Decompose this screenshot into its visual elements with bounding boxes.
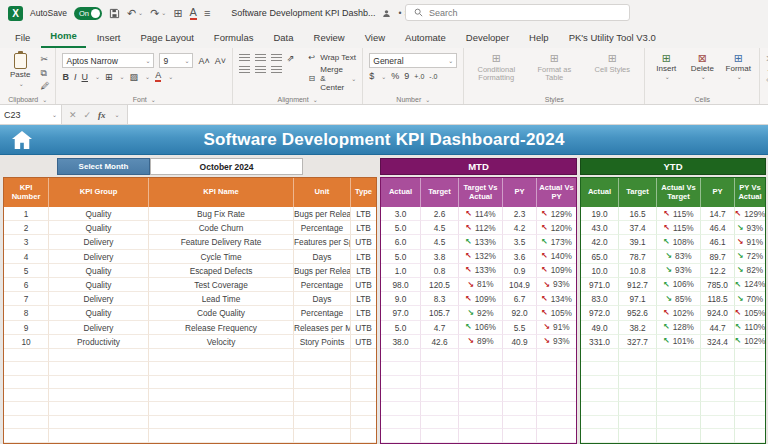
kpi-group-cell[interactable]: Delivery: [49, 292, 149, 306]
empty-cell[interactable]: [49, 389, 149, 402]
empty-cell[interactable]: [294, 416, 351, 429]
menu-tab-developer[interactable]: Developer: [457, 28, 518, 48]
kpi-name-cell[interactable]: Code Churn: [149, 221, 294, 235]
empty-cell[interactable]: [149, 389, 294, 402]
mtd-actual-cell[interactable]: 5.0: [381, 321, 421, 335]
ytd-actual-vs-target-cell[interactable]: ↖115%: [657, 221, 701, 235]
ytd-actual-vs-target-cell[interactable]: ↖101%: [657, 335, 701, 349]
kpi-number-cell[interactable]: 10: [4, 335, 49, 349]
empty-cell[interactable]: [149, 429, 294, 442]
empty-cell[interactable]: [294, 389, 351, 402]
empty-cell[interactable]: [537, 389, 576, 402]
kpi-unit-cell[interactable]: Percentage: [294, 306, 351, 320]
empty-cell[interactable]: [503, 402, 537, 415]
kpi-type-cell[interactable]: LTB: [351, 250, 376, 264]
empty-cell[interactable]: [701, 349, 735, 362]
empty-cell[interactable]: [657, 402, 701, 415]
empty-cell[interactable]: [581, 376, 619, 389]
kpi-type-cell[interactable]: LTB: [351, 292, 376, 306]
home-button[interactable]: [7, 128, 37, 152]
ytd-target-cell[interactable]: 37.4: [619, 221, 657, 235]
menu-tab-view[interactable]: View: [356, 28, 394, 48]
empty-cell[interactable]: [581, 429, 619, 442]
empty-cell[interactable]: [149, 362, 294, 375]
increase-decimal-icon[interactable]: +.0: [414, 73, 424, 80]
mtd-target-vs-actual-cell[interactable]: ↖132%: [459, 250, 503, 264]
mtd-target-vs-actual-cell[interactable]: ↖114%: [459, 207, 503, 221]
insert-function-icon[interactable]: fx: [98, 110, 106, 120]
mtd-actual-vs-py-cell[interactable]: ↖105%: [537, 306, 576, 320]
ytd-actual-cell[interactable]: 65.0: [581, 250, 619, 264]
empty-cell[interactable]: [381, 389, 421, 402]
menu-tab-automate[interactable]: Automate: [396, 28, 455, 48]
ytd-py-vs-actual-cell[interactable]: ↘93%: [735, 221, 765, 235]
empty-cell[interactable]: [581, 349, 619, 362]
ytd-target-cell[interactable]: 327.7: [619, 335, 657, 349]
menu-tab-review[interactable]: Review: [305, 28, 354, 48]
empty-cell[interactable]: [351, 402, 376, 415]
empty-cell[interactable]: [49, 402, 149, 415]
empty-cell[interactable]: [537, 402, 576, 415]
insert-cells-button[interactable]: ⊞ Insert⌄: [651, 52, 681, 80]
empty-cell[interactable]: [701, 376, 735, 389]
ytd-actual-vs-target-cell[interactable]: ↖115%: [657, 207, 701, 221]
mtd-target-cell[interactable]: 2.6: [421, 207, 459, 221]
empty-cell[interactable]: [537, 349, 576, 362]
empty-cell[interactable]: [351, 349, 376, 362]
ytd-py-cell[interactable]: 46.4: [701, 221, 735, 235]
ytd-py-vs-actual-cell[interactable]: ↘70%: [735, 292, 765, 306]
empty-cell[interactable]: [735, 416, 765, 429]
empty-cell[interactable]: [701, 362, 735, 375]
empty-cell[interactable]: [537, 429, 576, 442]
ytd-py-vs-actual-cell[interactable]: ↖129%: [735, 207, 765, 221]
empty-cell[interactable]: [503, 416, 537, 429]
kpi-type-cell[interactable]: LTB: [351, 264, 376, 278]
empty-cell[interactable]: [619, 376, 657, 389]
ytd-actual-cell[interactable]: 42.0: [581, 235, 619, 249]
sensitivity-icon[interactable]: [382, 9, 391, 18]
kpi-unit-cell[interactable]: Bugs per Release: [294, 207, 351, 221]
empty-cell[interactable]: [4, 376, 49, 389]
align-middle-icon[interactable]: [255, 54, 266, 62]
mtd-target-cell[interactable]: 105.7: [421, 306, 459, 320]
empty-cell[interactable]: [381, 402, 421, 415]
empty-cell[interactable]: [294, 429, 351, 442]
bold-button[interactable]: B: [62, 72, 69, 82]
mtd-target-cell[interactable]: 4.5: [421, 221, 459, 235]
empty-cell[interactable]: [735, 376, 765, 389]
ytd-actual-vs-target-cell[interactable]: ↖106%: [657, 278, 701, 292]
empty-cell[interactable]: [581, 362, 619, 375]
kpi-group-cell[interactable]: Quality: [49, 264, 149, 278]
empty-cell[interactable]: [4, 416, 49, 429]
ytd-actual-vs-target-cell[interactable]: ↘85%: [657, 292, 701, 306]
empty-cell[interactable]: [294, 402, 351, 415]
kpi-unit-cell[interactable]: Percentage: [294, 278, 351, 292]
mtd-py-cell[interactable]: 5.5: [503, 321, 537, 335]
empty-cell[interactable]: [4, 362, 49, 375]
formula-input[interactable]: [128, 105, 768, 124]
ytd-py-vs-actual-cell[interactable]: ↖102%: [735, 335, 765, 349]
ytd-actual-cell[interactable]: 19.0: [581, 207, 619, 221]
empty-cell[interactable]: [657, 389, 701, 402]
kpi-number-cell[interactable]: 9: [4, 321, 49, 335]
borders-icon[interactable]: ⊞: [105, 72, 113, 82]
empty-cell[interactable]: [351, 362, 376, 375]
empty-cell[interactable]: [421, 402, 459, 415]
kpi-number-cell[interactable]: 7: [4, 292, 49, 306]
empty-cell[interactable]: [503, 376, 537, 389]
shrink-font-icon[interactable]: A˅: [215, 56, 226, 66]
align-bottom-icon[interactable]: [271, 54, 282, 62]
mtd-actual-vs-py-cell[interactable]: ↘93%: [537, 278, 576, 292]
ytd-py-cell[interactable]: 785.0: [701, 278, 735, 292]
empty-cell[interactable]: [619, 416, 657, 429]
ytd-py-cell[interactable]: 46.1: [701, 235, 735, 249]
empty-cell[interactable]: [735, 362, 765, 375]
mtd-actual-vs-py-cell[interactable]: ↘91%: [537, 321, 576, 335]
empty-cell[interactable]: [149, 349, 294, 362]
kpi-group-cell[interactable]: Productivity: [49, 335, 149, 349]
mtd-target-cell[interactable]: 120.5: [421, 278, 459, 292]
ytd-py-vs-actual-cell[interactable]: ↘91%: [735, 235, 765, 249]
ytd-py-vs-actual-cell[interactable]: ↖124%: [735, 278, 765, 292]
mtd-actual-cell[interactable]: 98.0: [381, 278, 421, 292]
empty-cell[interactable]: [581, 402, 619, 415]
